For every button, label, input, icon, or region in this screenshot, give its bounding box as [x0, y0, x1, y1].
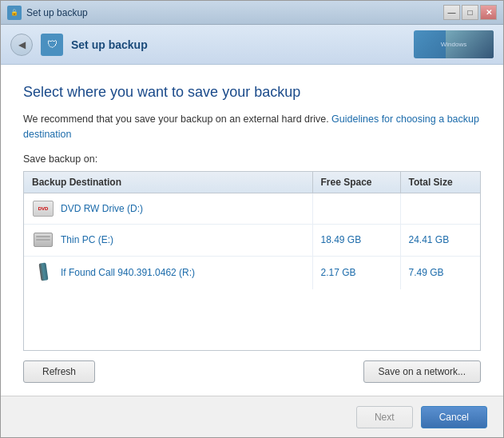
- save-on-network-button[interactable]: Save on a network...: [363, 360, 481, 383]
- backup-table: Backup Destination Free Space Total Size…: [23, 171, 481, 352]
- table-header: Backup Destination Free Space Total Size: [24, 172, 480, 193]
- drive-link[interactable]: DVD RW Drive (D:): [61, 203, 143, 214]
- nav-right: Windows: [414, 30, 494, 58]
- free-space-cell: 18.49 GB: [312, 224, 400, 256]
- title-bar-controls: — □ ✕: [443, 5, 497, 20]
- drive-link[interactable]: Thin PC (E:): [61, 234, 113, 245]
- device-cell: If Found Call 940.391.0462 (R:): [32, 263, 304, 283]
- device-cell: Thin PC (E:): [32, 231, 304, 249]
- table-row[interactable]: DVD DVD RW Drive (D:): [24, 193, 480, 224]
- app-icon: 🔒: [7, 6, 22, 20]
- hdd-drive-icon: [32, 231, 54, 249]
- window-title: Set up backup: [26, 7, 88, 18]
- brand-logo: Windows: [414, 30, 494, 58]
- free-space-cell: [312, 193, 400, 224]
- recommendation-text: We recommend that you save your backup o…: [23, 112, 481, 142]
- col-total-size: Total Size: [400, 172, 480, 193]
- main-window: 🔒 Set up backup — □ ✕ ◀ 🛡 Set up backup …: [0, 0, 504, 438]
- total-size-cell: 7.49 GB: [400, 256, 480, 289]
- drive-link[interactable]: If Found Call 940.391.0462 (R:): [61, 267, 195, 278]
- device-cell: DVD DVD RW Drive (D:): [32, 200, 304, 217]
- table-row[interactable]: If Found Call 940.391.0462 (R:) 2.17 GB …: [24, 256, 480, 289]
- title-bar: 🔒 Set up backup — □ ✕: [1, 1, 503, 25]
- minimize-button[interactable]: —: [443, 5, 460, 20]
- back-icon: ◀: [18, 39, 26, 50]
- col-destination: Backup Destination: [24, 172, 312, 193]
- table-row[interactable]: Thin PC (E:) 18.49 GB 24.41 GB: [24, 224, 480, 256]
- total-size-cell: 24.41 GB: [400, 224, 480, 256]
- actions-row: Refresh Save on a network...: [23, 360, 481, 383]
- save-label: Save backup on:: [23, 153, 481, 165]
- shield-icon: 🛡: [41, 34, 63, 56]
- maximize-button[interactable]: □: [462, 5, 478, 20]
- nav-title: Set up backup: [71, 38, 148, 51]
- footer: Next Cancel: [1, 396, 503, 437]
- refresh-button[interactable]: Refresh: [23, 360, 95, 383]
- usb-drive-icon: [32, 263, 54, 283]
- cancel-button[interactable]: Cancel: [421, 406, 487, 428]
- dvd-drive-icon: DVD: [32, 200, 54, 217]
- next-button[interactable]: Next: [356, 406, 413, 428]
- nav-bar: ◀ 🛡 Set up backup Windows: [1, 25, 503, 65]
- content-area: Select where you want to save your backu…: [1, 65, 503, 396]
- page-title: Select where you want to save your backu…: [23, 84, 481, 101]
- free-space-cell: 2.17 GB: [312, 256, 400, 289]
- back-button[interactable]: ◀: [10, 34, 33, 56]
- col-free-space: Free Space: [312, 172, 400, 193]
- close-button[interactable]: ✕: [480, 5, 497, 20]
- title-bar-left: 🔒 Set up backup: [7, 6, 88, 20]
- total-size-cell: [400, 193, 480, 224]
